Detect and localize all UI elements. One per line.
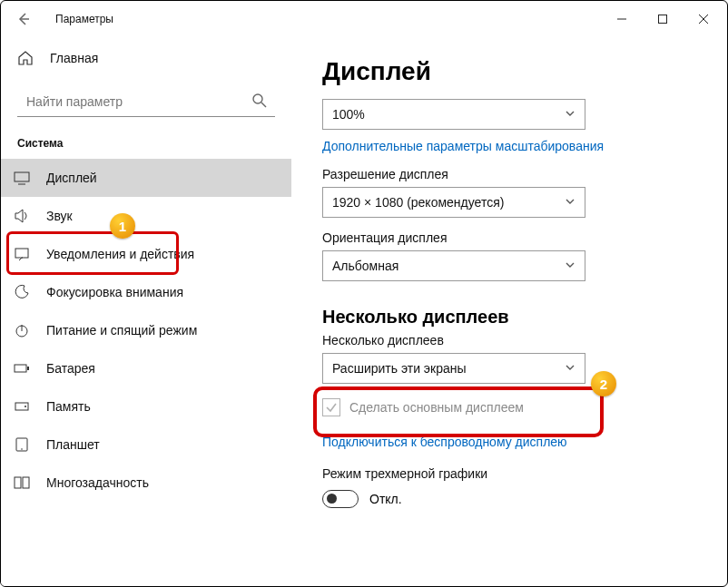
sound-icon [14,208,30,224]
svg-rect-2 [15,172,29,181]
sidebar-item-battery[interactable]: Батарея [1,349,291,387]
resolution-label: Разрешение дисплея [322,167,696,181]
make-primary-checkbox: Сделать основным дисплеем [322,398,696,416]
titlebar: Параметры [1,1,727,37]
gfx-mode-label: Режим трехмерной графики [322,466,696,481]
display-icon [14,170,30,186]
svg-rect-6 [27,367,29,370]
search-wrap [17,86,275,117]
svg-rect-0 [658,15,666,24]
tablet-icon [14,436,30,453]
home-label: Главная [50,51,98,65]
sidebar: Главная Система Дисплей Звук Уведомления… [1,37,291,586]
multi-display-heading: Несколько дисплеев [322,307,696,328]
multitasking-icon [14,474,30,491]
sidebar-item-focus[interactable]: Фокусировка внимания [1,273,291,311]
maximize-icon [658,15,667,24]
multi-display-label: Несколько дисплеев [322,333,696,347]
orientation-select[interactable]: Альбомная [322,250,585,281]
back-button[interactable] [10,5,37,33]
chevron-down-icon [565,195,576,210]
maximize-button[interactable] [642,5,683,33]
svg-point-8 [25,406,26,407]
sidebar-item-label: Уведомления и действия [46,247,194,261]
multi-display-value: Расширить эти экраны [332,361,467,376]
sidebar-list: Дисплей Звук Уведомления и действия Фоку… [1,159,291,502]
sidebar-item-label: Многозадачность [46,475,149,490]
search-icon [251,93,268,113]
gfx-toggle-state: Откл. [369,492,402,506]
orientation-value: Альбомная [332,259,398,273]
sidebar-item-tablet[interactable]: Планшет [1,426,291,464]
wireless-display-link[interactable]: Подключиться к беспроводному дисплею [322,435,567,449]
svg-rect-12 [23,477,29,488]
svg-rect-5 [15,365,26,372]
sidebar-item-label: Планшет [46,437,100,452]
sidebar-item-notifications[interactable]: Уведомления и действия [1,235,291,273]
orientation-label: Ориентация дисплея [322,230,696,245]
svg-rect-11 [15,477,21,488]
annotation-badge-1: 1 [110,213,135,239]
scale-select[interactable]: 100% [322,99,585,130]
resolution-value: 1920 × 1080 (рекомендуется) [332,195,504,210]
window-title: Параметры [37,13,113,25]
sidebar-item-sound[interactable]: Звук [1,197,291,235]
search-input[interactable] [17,86,275,117]
battery-icon [14,360,30,377]
advanced-scaling-link[interactable]: Дополнительные параметры масштабирования [322,139,604,153]
notifications-icon [14,246,30,262]
close-button[interactable] [683,5,723,33]
sidebar-item-label: Звук [46,209,73,223]
sidebar-item-power[interactable]: Питание и спящий режим [1,311,291,349]
close-icon [699,15,708,24]
chevron-down-icon [565,107,576,122]
gfx-toggle-row: Откл. [322,490,696,508]
sidebar-item-display[interactable]: Дисплей [1,159,291,197]
storage-icon [14,398,30,415]
make-primary-label: Сделать основным дисплеем [349,400,524,415]
sidebar-group-label: Система [1,128,291,155]
sidebar-item-label: Фокусировка внимания [46,285,183,299]
annotation-badge-2: 2 [591,371,616,396]
arrow-left-icon [16,12,31,26]
page-heading: Дисплей [322,57,696,86]
minimize-icon [617,15,626,24]
sidebar-item-label: Дисплей [46,171,97,185]
home-nav[interactable]: Главная [1,43,291,73]
svg-rect-3 [15,249,28,258]
home-icon [17,50,34,66]
chevron-down-icon [565,259,576,273]
focus-icon [14,284,30,300]
sidebar-item-label: Батарея [46,361,95,376]
chevron-down-icon [565,361,576,376]
minimize-button[interactable] [601,5,642,33]
svg-point-1 [253,94,262,103]
sidebar-item-storage[interactable]: Память [1,387,291,426]
sidebar-item-multitasking[interactable]: Многозадачность [1,464,291,502]
checkbox-icon [322,398,340,416]
svg-point-10 [21,448,23,450]
power-icon [14,322,30,338]
sidebar-item-label: Питание и спящий режим [46,323,197,338]
sidebar-item-label: Память [46,399,91,414]
window-controls [601,5,723,33]
scale-value: 100% [332,107,365,122]
gfx-toggle[interactable] [322,490,359,508]
main-panel: Дисплей 100% Дополнительные параметры ма… [291,37,727,586]
resolution-select[interactable]: 1920 × 1080 (рекомендуется) [322,187,585,218]
multi-display-select[interactable]: Расширить эти экраны [322,353,585,384]
